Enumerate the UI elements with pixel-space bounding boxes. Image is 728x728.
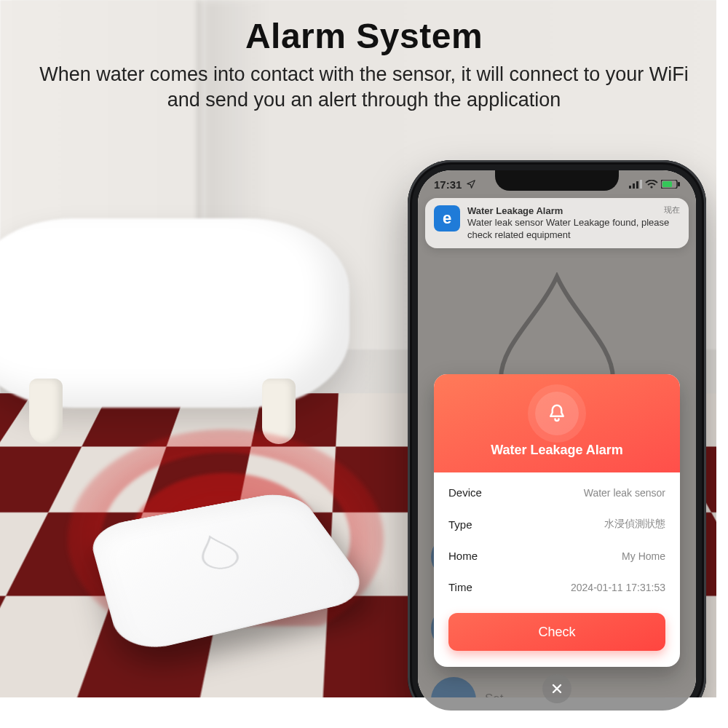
push-text: Water Leakage Alarm 现在 Water leak sensor… xyxy=(467,205,680,241)
close-button[interactable] xyxy=(542,674,571,703)
app-icon: e xyxy=(434,205,460,232)
svg-rect-2 xyxy=(636,181,638,189)
row-device: Device Water leak sensor xyxy=(448,477,665,508)
push-body: Water leak sensor Water Leakage found, p… xyxy=(467,217,669,240)
cellular-icon xyxy=(629,180,642,189)
hero-block: Alarm System When water comes into conta… xyxy=(0,9,728,119)
promo-stage: Alarm System When water comes into conta… xyxy=(0,0,728,728)
row-time: Time 2024-01-11 17:31:53 xyxy=(448,571,665,603)
hero-title: Alarm System xyxy=(29,16,699,56)
bell-icon xyxy=(535,392,579,435)
modal-rows: Device Water leak sensor Type 水浸偵測狀態 Hom… xyxy=(434,472,680,606)
svg-rect-6 xyxy=(678,182,680,186)
push-when: 现在 xyxy=(664,205,680,215)
row-type: Type 水浸偵測狀態 xyxy=(448,508,665,540)
location-icon xyxy=(466,179,476,189)
phone-screen: Smart Set 17:31 xyxy=(418,170,696,711)
close-icon xyxy=(550,682,563,695)
svg-rect-0 xyxy=(629,186,631,189)
phone-frame: Smart Set 17:31 xyxy=(408,160,706,721)
svg-rect-7 xyxy=(662,181,672,187)
status-time: 17:31 xyxy=(434,178,462,191)
svg-point-4 xyxy=(650,186,652,188)
phone-notch xyxy=(495,170,619,191)
row-home: Home My Home xyxy=(448,540,665,571)
svg-rect-1 xyxy=(633,183,635,189)
modal-header: Water Leakage Alarm xyxy=(434,374,680,472)
push-title: Water Leakage Alarm xyxy=(467,205,563,217)
push-notification[interactable]: e Water Leakage Alarm 现在 Water leak sens… xyxy=(425,198,689,248)
alarm-modal: Water Leakage Alarm Device Water leak se… xyxy=(434,374,680,667)
modal-title: Water Leakage Alarm xyxy=(441,443,673,458)
wifi-icon xyxy=(645,180,658,189)
battery-icon xyxy=(661,180,680,189)
svg-rect-3 xyxy=(640,180,642,189)
check-button[interactable]: Check xyxy=(448,613,665,651)
hero-subtitle: When water comes into contact with the s… xyxy=(29,62,699,112)
